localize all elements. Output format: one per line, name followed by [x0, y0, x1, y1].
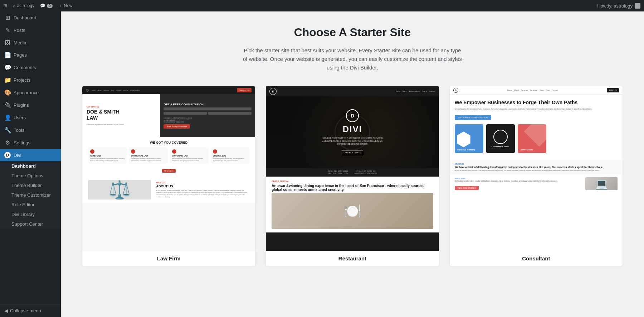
- sidebar-item-pages[interactable]: 📄 Pages: [0, 49, 61, 61]
- sidebar-label-comments: Comments: [14, 65, 36, 70]
- law-top-bar: D Home About Services Blog Contact Shop …: [82, 86, 255, 94]
- wp-icon: ⊞: [4, 3, 7, 8]
- starter-card-law-firm[interactable]: D Home About Services Blog Contact Shop …: [82, 86, 255, 266]
- starter-card-restaurant[interactable]: D Home Menu Reservations Blog ▾ Contact: [266, 86, 439, 266]
- sidebar-label-plugins: Plugins: [14, 102, 29, 108]
- starter-sites-grid: D Home About Services Blog Contact Shop …: [82, 86, 623, 266]
- tools-icon: 🔧: [4, 127, 11, 134]
- comments-link[interactable]: 💬 0: [40, 3, 53, 8]
- sidebar-label-posts: Posts: [14, 28, 25, 33]
- dashboard-icon: ⊞: [4, 14, 11, 21]
- rest-info-bar: MON - FRI: 9AM - 10PMSAT - SUN: 10AM - 1…: [266, 168, 439, 177]
- sidebar: ⊞ Dashboard ✎ Posts 🖼 Media 📄 Pages 💬 Co…: [0, 11, 61, 317]
- sidebar-item-posts[interactable]: ✎ Posts: [0, 24, 61, 37]
- plus-icon: ＋: [58, 3, 63, 9]
- settings-icon: ⚙: [4, 139, 11, 146]
- sidebar-item-comments[interactable]: 💬 Comments: [0, 61, 61, 74]
- submenu-item-role-editor[interactable]: Role Editor: [0, 200, 61, 210]
- comment-count: 0: [47, 4, 53, 8]
- collapse-menu-button[interactable]: ◀ Collapse menu: [0, 304, 61, 317]
- site-name-topbar: astrology: [17, 3, 34, 8]
- sidebar-label-appearance: Appearance: [14, 90, 39, 95]
- law-hero: GET STARTED DOE & SMITHLAW Professional …: [82, 94, 255, 137]
- sidebar-label-tools: Tools: [14, 128, 24, 133]
- howdy-text: Howdy, astrology: [597, 3, 633, 9]
- consultant-label: Consultant: [450, 251, 623, 266]
- cons-hero: We Empower Businesses to Forge Their Own…: [450, 95, 623, 160]
- sidebar-item-settings[interactable]: ⚙ Settings: [0, 136, 61, 149]
- wp-logo-link[interactable]: ⊞: [4, 3, 7, 8]
- sidebar-item-appearance[interactable]: 🎨 Appearance: [0, 86, 61, 99]
- law-about-section: ⚖️ ABOUT US ABOUT US At Doe & Smith, we …: [82, 177, 255, 203]
- cons-service-shapes: Branding & Marketing Community & Social …: [455, 124, 618, 153]
- cons-recent-work: RECENT WORK Delivering transformative re…: [450, 174, 623, 193]
- sidebar-label-divi: Divi: [14, 153, 21, 158]
- sidebar-label-projects: Projects: [14, 77, 30, 83]
- topbar-left: ⊞ ⌂ astrology 💬 0 ＋ New: [4, 3, 73, 9]
- sidebar-item-divi[interactable]: D Divi: [0, 149, 61, 161]
- submenu-item-theme-builder[interactable]: Theme Builder: [0, 181, 61, 190]
- sidebar-item-media[interactable]: 🖼 Media: [0, 37, 61, 49]
- sidebar-item-users[interactable]: 👤 Users: [0, 111, 61, 124]
- topbar-right: Howdy, astrology: [597, 3, 640, 9]
- cons-about: ABOUT US We have a habit of delivering t…: [450, 160, 623, 174]
- submenu-item-theme-options[interactable]: Theme Options: [0, 171, 61, 181]
- comment-icon: 💬: [40, 3, 45, 8]
- sidebar-label-pages: Pages: [14, 52, 27, 58]
- rest-content: DINING SPECIAL An award-winning dining e…: [266, 177, 439, 232]
- sidebar-item-plugins[interactable]: 🔌 Plugins: [0, 99, 61, 111]
- sidebar-label-dashboard: Dashboard: [14, 15, 36, 20]
- divi-submenu: Dashboard Theme Options Theme Builder Th…: [0, 161, 61, 229]
- collapse-icon: ◀: [4, 308, 8, 313]
- site-home-link[interactable]: ⌂ astrology: [13, 3, 34, 8]
- page-subtitle: Pick the starter site that best suits yo…: [241, 46, 463, 72]
- submenu-item-divi-library[interactable]: Divi Library: [0, 210, 61, 219]
- collapse-label: Collapse menu: [10, 308, 41, 313]
- pages-icon: 📄: [4, 52, 11, 58]
- rest-hero: D DIVI INDULGE YOURSELF IN A WORLD OF EX…: [266, 96, 439, 168]
- appearance-icon: 🎨: [4, 89, 11, 96]
- home-icon: ⌂: [13, 3, 15, 8]
- sidebar-label-settings: Settings: [14, 140, 30, 145]
- sidebar-label-users: Users: [14, 115, 26, 120]
- submenu-item-dashboard[interactable]: Dashboard: [0, 161, 61, 171]
- restaurant-label: Restaurant: [266, 251, 439, 266]
- law-services-section: WE GOT YOU COVERED FAMILY LAW Protection…: [82, 137, 255, 177]
- main-content: Choose A Starter Site Pick the starter s…: [61, 11, 644, 317]
- posts-icon: ✎: [4, 27, 11, 34]
- plugins-icon: 🔌: [4, 102, 11, 109]
- new-content-link[interactable]: ＋ New: [58, 3, 73, 9]
- law-firm-preview: D Home About Services Blog Contact Shop …: [82, 86, 255, 251]
- cons-top-nav: D Home About Services Service ▾ Shop Blo…: [450, 86, 623, 95]
- media-icon: 🖼: [4, 39, 11, 46]
- sidebar-label-media: Media: [14, 40, 26, 45]
- sidebar-item-projects[interactable]: 📁 Projects: [0, 74, 61, 86]
- submenu-item-theme-customizer[interactable]: Theme Customizer: [0, 190, 61, 200]
- starter-card-consultant[interactable]: D Home About Services Service ▾ Shop Blo…: [450, 86, 623, 266]
- user-avatar[interactable]: [635, 3, 640, 9]
- divi-icon: D: [4, 152, 11, 158]
- comments-icon: 💬: [4, 64, 11, 71]
- new-label: New: [64, 3, 73, 8]
- rest-top-nav: D Home Menu Reservations Blog ▾ Contact: [266, 86, 439, 96]
- sidebar-item-tools[interactable]: 🔧 Tools: [0, 124, 61, 136]
- sidebar-item-dashboard[interactable]: ⊞ Dashboard: [0, 11, 61, 24]
- page-title: Choose A Starter Site: [82, 26, 623, 39]
- users-icon: 👤: [4, 114, 11, 121]
- consultant-preview: D Home About Services Service ▾ Shop Blo…: [450, 86, 623, 251]
- submenu-item-support-center[interactable]: Support Center: [0, 219, 61, 229]
- restaurant-preview: D Home Menu Reservations Blog ▾ Contact: [266, 86, 439, 251]
- law-firm-label: Law Firm: [82, 251, 255, 266]
- projects-icon: 📁: [4, 77, 11, 83]
- admin-topbar: ⊞ ⌂ astrology 💬 0 ＋ New Howdy, astrology: [0, 0, 644, 11]
